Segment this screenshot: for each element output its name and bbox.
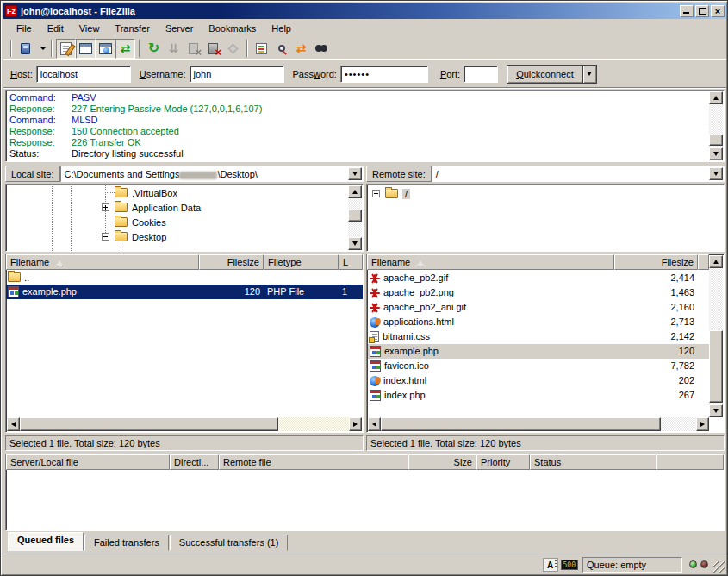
tab-failed-transfers[interactable]: Failed transfers: [84, 535, 169, 551]
scrollbar-thumb[interactable]: [709, 135, 723, 146]
scroll-up-button[interactable]: [348, 185, 362, 198]
host-input[interactable]: localhost: [36, 66, 131, 83]
local-path-dropdown-button[interactable]: [348, 167, 362, 180]
menu-edit[interactable]: Edit: [40, 22, 72, 35]
scroll-right-button[interactable]: [696, 417, 709, 431]
expand-plus-icon[interactable]: [102, 203, 109, 211]
scrollbar-thumb[interactable]: [381, 417, 661, 431]
tab-successful-transfers[interactable]: Successful transfers (1): [170, 535, 289, 551]
folder-icon: [115, 232, 128, 241]
scroll-down-button[interactable]: [709, 147, 723, 160]
column-header-remote-file[interactable]: Remote file: [219, 454, 408, 470]
file-row[interactable]: bitnami.css 2,142: [368, 329, 710, 344]
column-header-priority[interactable]: Priority: [476, 454, 530, 470]
menu-view[interactable]: View: [72, 22, 108, 35]
disconnect-button[interactable]: [203, 39, 223, 59]
redacted-path-segment: [179, 172, 217, 179]
file-row[interactable]: index.html 202: [368, 373, 710, 388]
remote-vertical-scrollbar[interactable]: [709, 255, 723, 417]
column-header-direction[interactable]: Directi...: [170, 454, 219, 470]
collapse-minus-icon[interactable]: [102, 233, 109, 241]
tab-queued-files[interactable]: Queued files: [8, 532, 84, 551]
filter-icon: [256, 43, 267, 54]
menu-help[interactable]: Help: [264, 22, 299, 35]
refresh-button[interactable]: ↻: [144, 39, 164, 59]
scroll-down-button[interactable]: [348, 237, 362, 250]
column-header-filesize[interactable]: Filesize: [614, 254, 698, 270]
speed-limit-indicator-icon[interactable]: 500: [561, 560, 578, 570]
username-input[interactable]: john: [190, 66, 284, 83]
column-header-filesize[interactable]: Filesize: [199, 254, 264, 270]
filename-filters-button[interactable]: [252, 39, 271, 59]
scroll-left-button[interactable]: [368, 417, 381, 431]
cancel-operation-button[interactable]: [184, 39, 203, 59]
scroll-up-button[interactable]: [709, 255, 723, 268]
title-bar[interactable]: Fz john@localhost - FileZilla ×: [3, 3, 726, 19]
minimize-button[interactable]: [680, 5, 694, 17]
tree-item-cookies[interactable]: Cookies: [115, 215, 166, 229]
column-header-filename[interactable]: Filename: [6, 254, 199, 270]
toggle-remote-tree-button[interactable]: [96, 39, 115, 59]
close-button[interactable]: ×: [711, 5, 725, 17]
reconnect-button[interactable]: [223, 39, 243, 59]
arrow-right-icon: [700, 422, 705, 427]
column-header-size[interactable]: Size: [408, 454, 476, 470]
file-row[interactable]: apache_pb2.gif 2,414: [368, 271, 710, 285]
file-name: index.php: [384, 388, 426, 403]
tree-item-virtualbox[interactable]: .VirtualBox: [115, 185, 177, 200]
find-files-button[interactable]: [311, 39, 331, 59]
menu-file[interactable]: File: [9, 22, 40, 35]
toggle-queue-button[interactable]: ⇄: [115, 39, 135, 59]
process-queue-button[interactable]: ⇊: [164, 39, 184, 59]
site-manager-button[interactable]: [16, 39, 35, 59]
scrollbar-thumb[interactable]: [709, 330, 723, 403]
column-header-lastmodified[interactable]: L: [339, 254, 363, 270]
tree-item-desktop[interactable]: Desktop: [102, 229, 166, 244]
scroll-down-button[interactable]: [709, 404, 723, 417]
toggle-local-tree-button[interactable]: [76, 39, 96, 59]
file-row[interactable]: applications.html 2,713: [368, 315, 710, 329]
column-header-filetype[interactable]: Filetype: [264, 254, 339, 270]
log-vertical-scrollbar[interactable]: [709, 91, 723, 160]
directory-comparison-button[interactable]: [271, 39, 291, 59]
local-site-path-combo[interactable]: C:\Documents and Settings\Desktop\: [60, 166, 364, 182]
port-input[interactable]: [464, 66, 498, 83]
file-row-parent-dir[interactable]: ..: [6, 270, 363, 285]
file-row[interactable]: apache_pb2_ani.gif 2,160: [368, 300, 710, 315]
quickconnect-dropdown-button[interactable]: [583, 65, 597, 84]
remote-horizontal-scrollbar[interactable]: [368, 417, 709, 431]
column-header-status[interactable]: Status: [530, 454, 656, 470]
file-row-selected[interactable]: example.php 120: [368, 344, 710, 359]
local-tree-vertical-scrollbar[interactable]: [348, 185, 362, 250]
tree-item-application-data[interactable]: Application Data: [102, 200, 201, 215]
remote-site-label: Remote site:: [366, 166, 432, 182]
menu-server[interactable]: Server: [158, 22, 201, 35]
scroll-up-button[interactable]: [709, 91, 723, 104]
menu-transfer[interactable]: Transfer: [107, 22, 158, 35]
tree-item-root[interactable]: /: [372, 186, 410, 201]
password-input[interactable]: ••••••: [340, 66, 428, 83]
menu-bookmarks[interactable]: Bookmarks: [201, 22, 264, 35]
file-row-example-php[interactable]: example.php 120 PHP File 1: [6, 285, 363, 299]
site-manager-dropdown-button[interactable]: [35, 39, 47, 59]
maximize-button[interactable]: [695, 5, 709, 17]
file-row[interactable]: index.php 267: [368, 388, 710, 403]
synchronized-browsing-button[interactable]: ⇄: [291, 39, 311, 59]
file-row[interactable]: apache_pb2.png 1,463: [368, 285, 710, 300]
file-row[interactable]: favicon.ico 7,782: [368, 359, 710, 373]
scrollbar-thumb[interactable]: [348, 210, 362, 222]
quickconnect-button[interactable]: Quickconnect: [507, 65, 583, 84]
scrollbar-thumb[interactable]: [20, 417, 278, 431]
transfer-type-indicator-icon[interactable]: A: [543, 558, 558, 572]
toolbar-grip: [10, 40, 12, 57]
remote-site-path-combo[interactable]: /: [432, 166, 725, 182]
local-horizontal-scrollbar[interactable]: [7, 417, 362, 431]
column-header-server-local-file[interactable]: Server/Local file: [6, 454, 170, 470]
expand-plus-icon[interactable]: [372, 190, 380, 197]
toggle-log-view-button[interactable]: [56, 39, 76, 59]
remote-path-dropdown-button[interactable]: [709, 167, 723, 180]
scroll-left-button[interactable]: [7, 417, 20, 431]
scroll-right-button[interactable]: [349, 417, 362, 431]
column-header-filename[interactable]: Filename: [367, 254, 614, 270]
resize-grip[interactable]: [713, 561, 725, 573]
